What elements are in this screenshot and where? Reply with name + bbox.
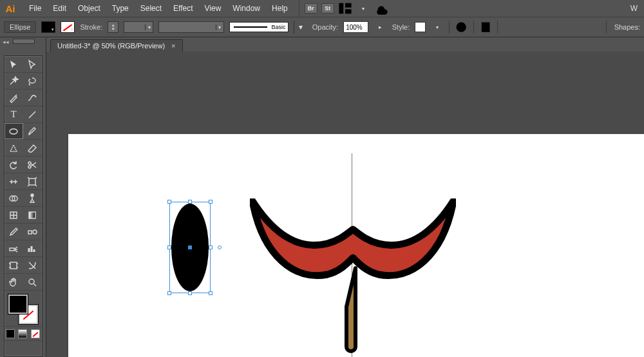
var-width-profile-dropdown[interactable]: ▾ (158, 21, 224, 33)
close-tab-icon[interactable]: × (171, 42, 175, 50)
tool-width[interactable] (5, 173, 23, 190)
tool-zoom[interactable] (23, 274, 42, 291)
tool-eraser[interactable] (23, 140, 42, 157)
tool-scissors[interactable] (23, 157, 42, 173)
tool-hand[interactable] (5, 274, 23, 291)
handle-s[interactable] (188, 291, 192, 295)
bridge-icon[interactable]: Br (305, 3, 317, 14)
document-tab[interactable]: Untitled-3* @ 50% (RGB/Preview) × (50, 39, 183, 52)
tool-gradient[interactable] (23, 207, 42, 224)
color-wheel-icon (455, 21, 468, 34)
align-right-icon[interactable] (536, 21, 551, 34)
stroke-swatch[interactable]: ▾ (61, 21, 75, 33)
align-top-icon[interactable] (553, 21, 567, 34)
align-left-icon[interactable] (503, 21, 517, 34)
menu-window[interactable]: Window (227, 0, 266, 17)
panel-grip-icon (13, 39, 35, 44)
brush-definition[interactable]: Basic (229, 22, 289, 32)
main-area: T (0, 52, 644, 357)
tool-ellipse[interactable] (5, 123, 23, 140)
tool-selection[interactable] (5, 56, 23, 73)
svg-rect-1 (345, 3, 352, 8)
tool-name-label: Ellipse (4, 21, 36, 33)
handle-se[interactable] (209, 291, 213, 295)
brush-definition-chevron-icon[interactable]: ▾ (294, 21, 307, 34)
menu-file[interactable]: File (23, 0, 47, 17)
tool-blend[interactable] (23, 224, 42, 240)
tool-pen[interactable] (5, 90, 23, 106)
menu-bar: Ai File Edit Object Type Select Effect V… (0, 0, 644, 17)
stroke-weight-dropdown[interactable]: ▾ (124, 21, 153, 33)
separator (606, 21, 607, 34)
tool-type[interactable]: T (5, 106, 23, 123)
fill-swatch[interactable]: ▾ (41, 21, 55, 33)
svg-point-7 (28, 166, 31, 168)
selected-object[interactable] (171, 204, 209, 291)
menu-select[interactable]: Select (135, 0, 167, 17)
arrange-chevron-icon[interactable]: ▾ (356, 2, 370, 15)
svg-rect-0 (339, 3, 343, 14)
tool-mesh[interactable] (5, 207, 23, 224)
tool-free-transform[interactable] (23, 173, 42, 190)
align-to-icon[interactable] (479, 21, 492, 34)
tool-shape-builder[interactable] (5, 190, 23, 207)
fill-stroke-control[interactable] (5, 291, 42, 327)
handle-e[interactable] (209, 246, 213, 249)
stroke-swatch-group[interactable]: ▾ (61, 21, 75, 33)
tool-pin[interactable] (23, 190, 42, 207)
drawing-object[interactable] (250, 198, 456, 353)
panel-collapse-gutter[interactable]: ◂◂ (0, 37, 46, 52)
color-mode-none-icon[interactable] (31, 329, 40, 338)
handle-pie[interactable] (218, 246, 222, 249)
canvas[interactable] (46, 52, 644, 357)
opacity-chevron-icon[interactable]: ▸ (374, 21, 386, 34)
recolor-artwork-icon[interactable] (455, 21, 468, 34)
handle-ne[interactable] (209, 200, 213, 204)
menu-view[interactable]: View (199, 0, 227, 17)
stock-icon[interactable]: St (321, 3, 334, 14)
tool-shaper[interactable] (5, 140, 23, 157)
opacity-field[interactable]: 100% (343, 21, 368, 33)
stroke-weight-stepper[interactable] (108, 21, 118, 33)
menu-help[interactable]: Help (266, 0, 294, 17)
tool-symbol-sprayer[interactable] (5, 240, 23, 257)
align-h-center-icon[interactable] (520, 21, 534, 34)
separator (497, 21, 498, 34)
menu-effect[interactable]: Effect (167, 0, 198, 17)
tool-direct-selection[interactable] (23, 56, 42, 73)
handle-n[interactable] (188, 200, 192, 204)
tool-brush[interactable] (23, 123, 42, 140)
align-bottom-icon[interactable] (587, 21, 601, 34)
app-logo: Ai (3, 1, 18, 16)
handle-w[interactable] (167, 246, 171, 249)
handle-center[interactable] (188, 246, 192, 249)
menu-object[interactable]: Object (72, 0, 106, 17)
color-mode-solid-icon[interactable] (6, 329, 15, 338)
document-tab-label: Untitled-3* @ 50% (RGB/Preview) (57, 42, 165, 50)
tool-lasso[interactable] (23, 73, 42, 90)
workspace-label[interactable]: W (627, 4, 641, 13)
menu-type[interactable]: Type (106, 0, 135, 17)
tool-curvature[interactable] (23, 90, 42, 106)
tool-eyedropper[interactable] (5, 224, 23, 240)
tool-magic-wand[interactable] (5, 73, 23, 90)
style-chevron-icon[interactable]: ▾ (431, 21, 444, 34)
handle-sw[interactable] (167, 291, 171, 295)
toolbox: T (4, 55, 43, 357)
tool-artboard[interactable] (5, 257, 23, 274)
handle-nw[interactable] (167, 200, 171, 204)
tool-column-graph[interactable] (23, 240, 42, 257)
fill-swatch-group[interactable]: ▾ (41, 21, 55, 33)
sync-icon[interactable] (374, 2, 388, 15)
align-v-center-icon[interactable] (570, 21, 584, 34)
menu-edit[interactable]: Edit (47, 0, 72, 17)
fill-color-swatch[interactable] (8, 294, 28, 314)
svg-point-5 (10, 129, 17, 134)
arrange-icon[interactable] (338, 2, 352, 15)
color-mode-gradient-icon[interactable] (18, 329, 27, 338)
graphic-style-swatch[interactable] (415, 22, 426, 32)
tool-rotate[interactable] (5, 157, 23, 173)
tool-line[interactable] (23, 106, 42, 123)
svg-point-11 (31, 194, 33, 197)
tool-slice[interactable] (23, 257, 42, 274)
